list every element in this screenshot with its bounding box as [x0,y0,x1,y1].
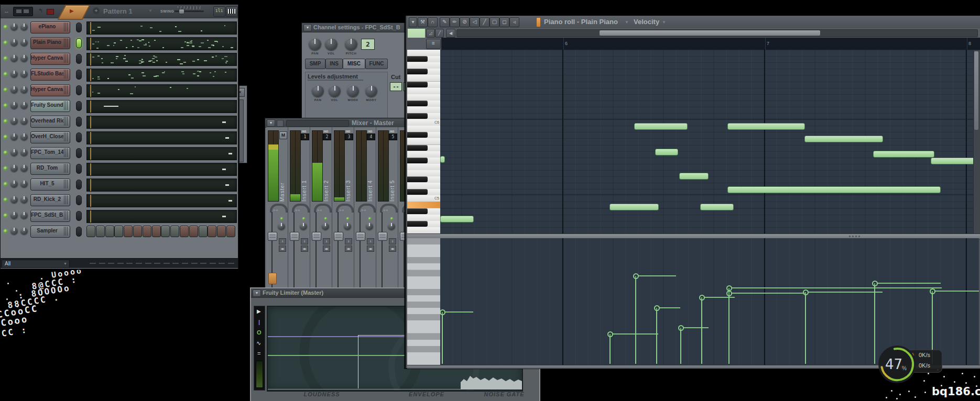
channel-preview-strip[interactable] [86,194,237,207]
velocity-panel-selector[interactable]: Velocity [634,18,659,26]
strip-knob[interactable] [278,222,285,230]
cut-display[interactable]: -- [390,82,402,91]
step-cell[interactable] [161,226,170,237]
piano-roll-title[interactable]: Piano roll - Plain Piano [544,18,618,26]
delete-tool-icon[interactable]: ⊘ [460,17,470,27]
piano-keyboard[interactable]: C6C5 [407,50,440,233]
pan-arc[interactable] [292,204,310,213]
channel-mute-pill[interactable] [76,227,82,237]
channel-vol-knob[interactable] [20,54,28,62]
piano-key-black[interactable] [407,189,428,195]
draw-tool-icon[interactable]: ✎ [440,17,450,27]
step-cell[interactable] [170,226,179,237]
channel-name-button[interactable]: OverH_Close... [30,131,70,143]
channel-vol-knob[interactable] [20,180,28,187]
mixer-strip[interactable]: INS3Insert 3▶◀⇕◀▶ [332,127,354,294]
pitch-range-display[interactable]: 2 [361,39,375,50]
channel-preview-strip[interactable] [86,21,237,35]
stereo-led[interactable] [302,217,305,220]
levels-mody-knob[interactable] [365,85,377,97]
swap-button[interactable]: ⇕ [389,238,396,244]
mute-dash[interactable] [164,263,170,264]
piano-key[interactable] [407,227,440,233]
channel-preview-strip[interactable] [86,179,237,192]
zoom-tool-icon[interactable]: ◻ [499,17,509,27]
channel-name-button[interactable]: Plain Piano [30,37,70,49]
channel-enable-led[interactable] [4,88,7,92]
channel-mute-pill[interactable] [76,195,82,205]
chevron-down-icon[interactable]: ▼ [625,20,629,25]
channel-preview-strip[interactable] [86,53,237,66]
midi-note[interactable] [727,123,805,130]
pan-knob[interactable] [309,38,321,50]
fader-handle[interactable] [334,232,343,241]
velocity-stem[interactable] [656,308,657,364]
channel-pan-knob[interactable] [10,117,18,125]
channel-preview-strip[interactable] [86,210,237,223]
channel-name-button[interactable]: FLStudio Bass... [30,69,70,81]
mixer-strip[interactable]: INS5Insert 5▶◀⇕◀▶ [376,127,398,294]
paint-tool-icon[interactable]: ✏ [450,17,460,27]
window-menu-icon[interactable]: ▾ [409,17,417,27]
midi-note[interactable] [609,204,659,210]
channel-pan-knob[interactable] [10,70,18,77]
channel-name-button[interactable]: ePiano [30,21,70,34]
step-cell[interactable] [189,226,198,237]
channel-filter-dropdown[interactable]: All ▼ [2,260,70,268]
channel-vol-knob[interactable] [20,164,28,172]
channel-mute-pill[interactable] [76,85,82,95]
magnet-icon[interactable]: ∩ [428,17,438,27]
fader-handle[interactable] [268,232,277,241]
channel-vol-knob[interactable] [20,149,28,156]
swap-button[interactable]: ⇕ [323,238,330,244]
h-scrollbar-track[interactable] [456,29,978,37]
fader-handle[interactable] [312,232,321,241]
stereo-led[interactable] [280,217,283,220]
wrench-icon[interactable]: ⚒ [418,17,428,27]
mixer-strip[interactable]: INS1Insert 1▶◀⇕◀▶ [288,127,310,294]
mute-dash[interactable] [210,263,216,264]
step-cell[interactable] [143,226,151,237]
channel-enable-led[interactable] [4,57,7,60]
step-cell[interactable] [86,226,95,237]
master-button[interactable]: M [279,131,287,139]
disk-record-button[interactable] [268,273,277,284]
channel-mute-pill[interactable] [76,38,82,48]
tab-misc[interactable]: MISC [343,59,365,69]
playback-tool-icon[interactable]: ◃ [509,17,519,27]
step-cell[interactable] [124,226,133,237]
slide-tool-icon[interactable]: ╱ [435,29,444,38]
add-pattern-icon[interactable]: + [93,7,100,14]
piano-key-black[interactable] [407,82,428,87]
mute-dash[interactable] [145,263,151,264]
channel-preview-strip[interactable] [86,147,237,160]
channel-pan-knob[interactable] [10,180,18,187]
piano-key-black[interactable] [407,132,428,138]
scroll-left-icon[interactable]: ◀ [446,29,455,38]
channel-mute-pill[interactable] [76,148,82,158]
piano-key-black[interactable] [407,56,428,62]
channel-pan-knob[interactable] [10,86,18,93]
step-cell[interactable] [152,226,161,237]
swap-button[interactable]: ⇕ [367,238,374,244]
mute-dash[interactable] [200,263,206,264]
channel-vol-knob[interactable] [20,196,28,203]
tab-smp[interactable]: SMP [305,59,325,69]
channel-enable-led[interactable] [4,166,7,170]
midi-note[interactable] [440,216,474,222]
channel-preview-strip[interactable] [86,100,237,113]
stereo-led[interactable] [346,217,349,220]
channel-pan-knob[interactable] [10,54,18,62]
v-scrollbar-track[interactable] [973,50,980,235]
stereo-led[interactable] [390,217,393,220]
midi-note[interactable] [804,136,883,142]
step-cell[interactable] [180,226,189,237]
vol-knob[interactable] [325,38,337,50]
keyboard-view-button[interactable] [226,6,238,17]
midi-note[interactable] [727,186,941,193]
mute-dash[interactable] [154,263,160,264]
channel-mute-pill[interactable] [76,211,82,221]
piano-key-black[interactable] [407,145,428,151]
pan-arc[interactable] [314,204,332,213]
channel-vol-knob[interactable] [20,227,28,235]
